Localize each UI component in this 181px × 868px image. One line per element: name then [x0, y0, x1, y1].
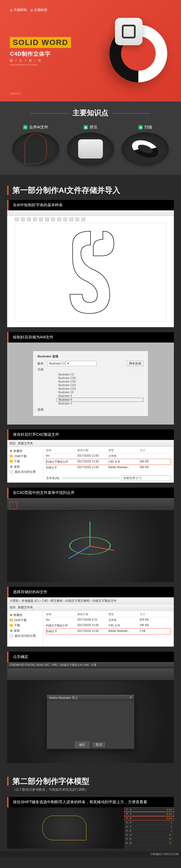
sweep-icon: ◉ — [138, 125, 143, 129]
explorer-btn[interactable]: 新建文件夹 — [18, 605, 33, 609]
coord-row[interactable]: S . Y1 — [124, 825, 174, 829]
explorer-sidebar[interactable]: ★ 收藏夹 2345下载 下载 🖥 桌面 🕘 最近访问的位置 — [7, 447, 43, 483]
filename-input[interactable] — [62, 477, 119, 479]
coord-row[interactable]: P . Y0 cm — [124, 812, 174, 816]
file-row-highlighted[interactable]: 扫描文字2017/10/25 11:00Adobe Illustrato...2… — [46, 628, 171, 634]
selected-spline[interactable] — [42, 816, 86, 840]
explorer-breadcrumb[interactable]: 计算机 › 本地磁盘 (E:) › C4D › 图文教程 › 扫描文字图文教程 … — [7, 597, 174, 604]
coord-row[interactable]: P . X0 cm — [124, 807, 174, 812]
c4d-toolbar[interactable] — [7, 668, 174, 681]
col-name[interactable]: 名称 — [46, 612, 77, 616]
sidebar-item[interactable]: 🕘 最近访问的位置 — [10, 633, 41, 639]
ai-tool-icon[interactable] — [75, 217, 79, 221]
explorer-btn[interactable]: 新建文件夹 — [18, 441, 33, 445]
version-option[interactable]: Illustrator CS4 — [57, 383, 144, 387]
explorer-shot-1: 组织 新建文件夹 ★ 收藏夹 2345下载 下载 🖥 桌面 🕘 最近访问的位置 … — [7, 440, 174, 483]
ai-tool-icon[interactable] — [63, 217, 67, 221]
ai-tool-icon[interactable] — [45, 217, 49, 221]
explorer-toolbar[interactable]: 组织 新建文件夹 — [7, 604, 174, 611]
coord-row[interactable]: R . P0 ° — [124, 837, 174, 841]
ai-tool-icon[interactable] — [81, 217, 85, 221]
sidebar-item[interactable]: 🖥 桌面 — [10, 628, 41, 633]
ai-tool-icon[interactable] — [39, 217, 43, 221]
close-icon[interactable]: ✕ — [130, 696, 132, 700]
sidebar-item[interactable]: 2345下载 — [10, 454, 41, 459]
version-option[interactable]: Illustrator CS6 — [57, 376, 144, 380]
breadcrumb[interactable]: 计算机 › 本地磁盘 (E:) › C4D › 图文教程 › 扫描文字图文教程 … — [10, 599, 117, 603]
version-option[interactable]: Illustrator 3 — [57, 402, 144, 405]
axis-y-icon — [90, 521, 90, 546]
knowledge-section: 主要知识点 Ai合并AI文件 ▣挤压 ◉扫描 — [0, 101, 181, 175]
c4d-coord-shot: P . X0 cm P . Y0 cm P . Z0 cm S . X1 S .… — [7, 807, 174, 848]
c4d-viewport[interactable]: Adobe Illustrator 导入✕ 确定 取消 — [7, 681, 174, 763]
c4d-viewport[interactable] — [7, 510, 174, 582]
coord-row[interactable]: R . B0 ° — [124, 841, 174, 845]
file-menu-highlight[interactable] — [9, 502, 17, 509]
script-options-button[interactable]: 脚本选项 — [127, 361, 144, 366]
coordinate-panel[interactable]: P . X0 cm P . Y0 cm P . Z0 cm S . X1 S .… — [124, 807, 174, 848]
col-size[interactable]: 大小 — [140, 448, 171, 452]
logo-1: ◎ 天猫鲜风 — [10, 8, 27, 12]
col-date[interactable]: 修改日期 — [77, 612, 109, 616]
version-dropdown[interactable]: Illustrator CC ▾ — [47, 361, 97, 366]
kp-label: 合并AI文件 — [29, 125, 48, 130]
sidebar-item[interactable]: ★ 收藏夹 — [10, 448, 41, 454]
version-list[interactable]: Illustrator CC Illustrator CS6 Illustrat… — [57, 373, 144, 405]
coord-row[interactable]: R . H0 ° — [124, 833, 174, 837]
ai-file-icon: Ai — [23, 125, 27, 129]
coord-row[interactable]: S . Z1 — [124, 829, 174, 833]
version-option[interactable]: Illustrator CS3 — [57, 387, 144, 391]
c4d-viewport[interactable] — [7, 807, 124, 848]
illustrator-options-dialog[interactable]: Illustrator 选项 版本: Illustrator CC ▾ 脚本选项… — [33, 351, 148, 416]
file-row[interactable]: 扫描文字预设文件2017/10/25 11:00C4D 文件246 KB — [46, 623, 171, 628]
sidebar-item[interactable]: 下载 — [10, 623, 41, 628]
explorer-sidebar[interactable]: ★ 收藏夹 2345下载 下载 🖥 桌面 🕘 最近访问的位置 — [7, 611, 43, 646]
col-date[interactable]: 修改日期 — [77, 448, 109, 452]
sidebar-item[interactable]: 下载 — [10, 459, 41, 464]
explorer-toolbar[interactable]: 组织 新建文件夹 — [7, 440, 174, 447]
c4d-menu-bar[interactable] — [7, 498, 174, 510]
explorer-file-list[interactable]: 名称 修改日期 类型 大小 tex2017/10/25 11:00文件夹 扫描文… — [43, 447, 174, 483]
ai-tool-icon[interactable] — [57, 217, 61, 221]
col-type[interactable]: 类型 — [108, 448, 140, 452]
file-row-highlighted[interactable]: 扫描文字预设文件2017/10/25 11:00C4D 文件246 KB — [46, 459, 171, 465]
ai-tool-icon[interactable] — [51, 217, 55, 221]
ai-tool-icon[interactable] — [21, 217, 25, 221]
filter-dropdown[interactable]: 全部文件 (*.*) — [121, 475, 171, 481]
ai-tool-icon[interactable] — [33, 217, 37, 221]
explorer-file-list[interactable]: 名称 修改日期 类型 大小 tex2017/10/26 9:23文件夹924 K… — [43, 611, 174, 646]
hero-square-shape — [115, 18, 143, 45]
sidebar-item[interactable]: 🕘 最近访问的位置 — [10, 469, 41, 474]
explorer-btn[interactable]: 组织 — [10, 605, 16, 609]
col-type[interactable]: 类型 — [108, 612, 140, 616]
version-option[interactable]: Illustrator CS5 — [57, 380, 144, 383]
sidebar-item[interactable]: 🖥 桌面 — [10, 464, 41, 469]
ai-menu-bar[interactable] — [7, 210, 174, 216]
version-option[interactable]: Illustrator CC — [57, 373, 144, 376]
ai-tool-icon[interactable] — [69, 217, 73, 221]
version-option[interactable]: Illustrator 10 — [57, 391, 144, 394]
version-option[interactable]: Illustrator 9 — [57, 394, 144, 398]
c4d-import-dialog-shot: CINEMA 4D R18.041 Studio (RC - RIB) - [扫… — [7, 662, 174, 763]
ok-button[interactable]: 确定 — [75, 742, 89, 748]
dialog-titlebar[interactable]: Adobe Illustrator 导入✕ — [47, 695, 134, 701]
ai-artboard[interactable] — [15, 223, 166, 322]
cancel-button[interactable]: 取消 — [92, 742, 106, 748]
col-name[interactable]: 名称 — [46, 448, 77, 452]
ai-import-dialog[interactable]: Adobe Illustrator 导入✕ 确定 取消 — [47, 694, 134, 749]
sidebar-item[interactable]: 2345下载 — [10, 618, 41, 623]
coord-row[interactable]: S . X1 — [124, 820, 174, 825]
axis-gizmo[interactable] — [90, 546, 91, 547]
ai-tool-icon[interactable] — [27, 217, 31, 221]
ai-tool-icon[interactable] — [15, 217, 19, 221]
file-row[interactable]: tex2017/10/26 9:23文件夹924 KB — [46, 617, 171, 623]
file-row[interactable]: tex2017/10/25 11:00文件夹 — [46, 453, 171, 459]
explorer-btn[interactable]: 组织 — [10, 441, 16, 445]
file-row[interactable]: 扫描文字2017/10/25 11:00Adobe Illustrato...2… — [46, 465, 171, 470]
coord-row[interactable]: P . Z0 cm — [124, 816, 174, 820]
sidebar-item[interactable]: ★ 收藏夹 — [10, 612, 41, 618]
ai-top-toolbar[interactable] — [15, 216, 166, 223]
col-size[interactable]: 大小 — [140, 612, 171, 616]
version-option-highlighted[interactable]: Illustrator 8 — [57, 398, 144, 402]
kp-item-extrude: ▣挤压 — [66, 125, 115, 165]
